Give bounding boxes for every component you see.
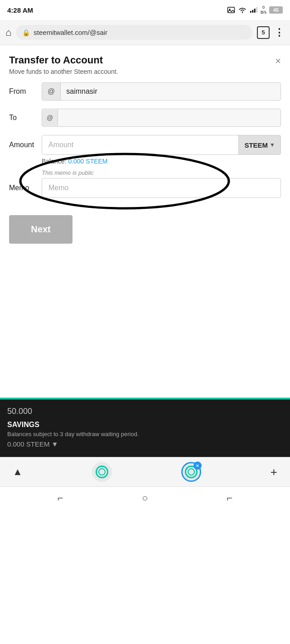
close-button[interactable]: × xyxy=(275,55,281,67)
next-button[interactable]: Next xyxy=(9,215,72,244)
home-gesture-icon[interactable]: ○ xyxy=(142,492,148,504)
tab-icon-inner-2 xyxy=(188,468,195,476)
browser-tab-1[interactable] xyxy=(92,462,112,482)
to-at-symbol: @ xyxy=(42,110,58,126)
bottom-nav-bar: ▲ × + xyxy=(0,457,290,486)
currency-dropdown[interactable]: STEEM ▼ xyxy=(238,135,280,154)
svg-rect-4 xyxy=(254,9,256,13)
savings-title: SAVINGS xyxy=(7,421,283,429)
memo-label: Memo xyxy=(9,184,36,192)
amount-input[interactable] xyxy=(42,135,238,154)
transfer-title-block: Transfer to Account Move funds to anothe… xyxy=(9,54,118,75)
balance-row: Balance: 0.000 STEEM xyxy=(9,158,281,167)
transfer-header: Transfer to Account Move funds to anothe… xyxy=(0,45,290,78)
amount-label: Amount xyxy=(9,141,36,149)
back-up-button[interactable]: ▲ xyxy=(13,466,23,478)
from-row: From @ xyxy=(9,82,281,101)
balance-value: 0.000 STEEM xyxy=(68,158,107,165)
url-text: steemitwallet.com/@sair xyxy=(34,29,107,36)
status-time: 4:28 AM xyxy=(7,6,33,14)
savings-value: 0.000 STEEM ▼ xyxy=(7,440,283,448)
lock-icon: 🔒 xyxy=(22,29,30,36)
to-input[interactable] xyxy=(58,109,280,126)
to-row: To @ xyxy=(9,109,281,127)
tab-close-badge[interactable]: × xyxy=(193,461,202,470)
to-label: To xyxy=(9,114,36,122)
memo-row: Memo xyxy=(9,178,281,198)
from-input[interactable] xyxy=(61,83,280,100)
tab-count-badge[interactable]: 5 xyxy=(257,26,270,39)
svg-rect-2 xyxy=(250,11,251,13)
savings-desc: Balances subject to 3 day withdraw waiti… xyxy=(7,431,283,437)
recents-gesture-icon[interactable]: ⌐ xyxy=(227,492,232,504)
svg-rect-0 xyxy=(227,7,234,13)
home-icon[interactable]: ⌂ xyxy=(5,27,11,38)
from-at-symbol: @ xyxy=(42,83,61,100)
svg-rect-3 xyxy=(252,10,253,13)
wifi-icon xyxy=(238,6,247,14)
speed-indicator: 0B/s xyxy=(261,5,266,15)
transfer-form: Transfer to Account Move funds to anothe… xyxy=(0,45,290,253)
white-spacer xyxy=(0,253,290,398)
balance-label: Balance: xyxy=(42,158,68,165)
new-tab-button[interactable]: + xyxy=(271,465,277,479)
from-label: From xyxy=(9,87,36,96)
currency-dropdown-arrow: ▼ xyxy=(270,142,275,148)
battery-indicator: 45 xyxy=(269,6,283,14)
image-icon xyxy=(227,6,235,14)
status-bar: 4:28 AM 0B/s 45 xyxy=(0,0,290,20)
form-section: From @ To @ Amount xyxy=(0,78,290,211)
memo-note: This memo is public xyxy=(9,167,281,178)
browser-bar: ⌂ 🔒 steemitwallet.com/@sair 5 ⋮ xyxy=(0,20,290,45)
back-gesture-icon[interactable]: ⌐ xyxy=(58,492,63,504)
signal-icon xyxy=(250,6,258,14)
tab-icon-1 xyxy=(96,466,108,478)
savings-amount: 50.000 xyxy=(7,407,283,416)
memo-input[interactable] xyxy=(42,178,281,198)
status-icons: 0B/s 45 xyxy=(227,5,283,15)
url-bar[interactable]: 🔒 steemitwallet.com/@sair xyxy=(16,25,252,40)
gesture-bar: ⌐ ○ ⌐ xyxy=(0,486,290,509)
savings-section: 50.000 SAVINGS Balances subject to 3 day… xyxy=(0,398,290,457)
amount-row: Amount STEEM ▼ xyxy=(9,135,281,155)
tab-icon-inner-1 xyxy=(98,468,106,476)
more-menu-icon[interactable]: ⋮ xyxy=(274,27,285,38)
transfer-subtitle: Move funds to another Steem account. xyxy=(9,68,118,75)
currency-label: STEEM xyxy=(244,141,268,149)
main-content: Transfer to Account Move funds to anothe… xyxy=(0,45,290,457)
browser-tab-2[interactable]: × xyxy=(181,462,201,482)
from-input-group: @ xyxy=(42,82,281,101)
amount-input-group: STEEM ▼ xyxy=(42,135,281,155)
svg-rect-5 xyxy=(256,7,257,13)
transfer-title: Transfer to Account xyxy=(9,54,118,66)
to-input-group: @ xyxy=(42,109,281,127)
